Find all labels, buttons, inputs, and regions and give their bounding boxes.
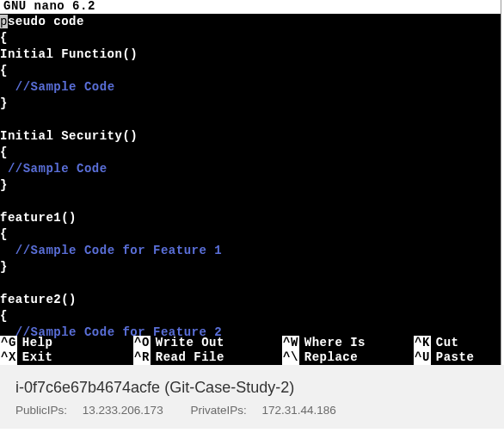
- shortcut-label: Where Is: [299, 336, 366, 350]
- editor-text: feature1(): [0, 211, 77, 225]
- shortcut-item[interactable]: ^WWhere Is: [282, 336, 414, 350]
- shortcut-key: ^K: [414, 336, 431, 350]
- editor-text: Initial Function(): [0, 47, 138, 61]
- editor-line: [0, 112, 501, 128]
- editor-text: {: [0, 64, 8, 77]
- shortcut-label: Exit: [17, 350, 53, 365]
- instance-status-panel: i-0f7c6e67b4674acfe (Git-Case-Study-2) P…: [0, 365, 504, 429]
- editor-text: //Sample Code: [8, 162, 108, 176]
- terminal-window[interactable]: GNU nano 6.2 pseudo code{Initial Functio…: [0, 0, 501, 365]
- editor-line: {: [0, 226, 501, 243]
- shortcut-key: ^U: [414, 350, 431, 365]
- editor-line: pseudo code: [0, 14, 501, 30]
- public-ip-value: 13.233.206.173: [83, 404, 163, 417]
- editor-text: p: [0, 15, 8, 28]
- editor-text: //Sample Code for Feature 1: [15, 244, 222, 257]
- shortcut-label: Write Out: [151, 336, 224, 350]
- editor-text: }: [0, 260, 8, 274]
- shortcut-key: ^\: [282, 350, 299, 365]
- shortcut-label: Cut: [431, 336, 459, 350]
- editor-line: }: [0, 96, 501, 112]
- shortcut-key: ^O: [133, 336, 151, 350]
- editor-line: Initial Function(): [0, 46, 501, 63]
- shortcut-item[interactable]: ^RRead File: [133, 350, 282, 365]
- instance-id: i-0f7c6e67b4674acfe (Git-Case-Study-2): [15, 379, 489, 397]
- shortcut-item[interactable]: ^XExit: [0, 350, 133, 365]
- editor-text: }: [0, 96, 8, 110]
- editor-text: }: [0, 178, 8, 192]
- editor-line: feature1(): [0, 210, 501, 226]
- editor-line: [0, 194, 501, 210]
- editor-line: [0, 275, 501, 292]
- shortcut-label: Read File: [151, 350, 224, 365]
- editor-text: //Sample Code: [15, 80, 115, 94]
- editor-text: [0, 162, 8, 176]
- editor-line: {: [0, 308, 501, 325]
- shortcut-key: ^W: [282, 336, 299, 350]
- shortcut-label: Help: [17, 336, 53, 350]
- shortcut-item[interactable]: ^OWrite Out: [133, 336, 282, 350]
- shortcut-key: ^X: [0, 350, 17, 365]
- shortcut-bar: ^GHelp^OWrite Out^WWhere Is^KCut^XExit^R…: [0, 336, 501, 365]
- shortcut-row: ^XExit^RRead File^\Replace^UPaste: [0, 350, 501, 365]
- editor-line: {: [0, 30, 501, 46]
- editor-text: [0, 113, 8, 127]
- editor-text: {: [0, 31, 8, 45]
- editor-text: {: [0, 145, 8, 159]
- shortcut-item[interactable]: ^UPaste: [414, 350, 501, 365]
- editor-text: [0, 195, 8, 208]
- shortcut-key: ^R: [133, 350, 151, 365]
- editor-text: [0, 244, 15, 257]
- editor-line: {: [0, 145, 501, 161]
- editor-text: [0, 276, 8, 290]
- editor-line: {: [0, 63, 501, 79]
- editor-text: {: [0, 227, 8, 241]
- shortcut-label: Replace: [299, 350, 358, 365]
- shortcut-item[interactable]: ^\Replace: [282, 350, 414, 365]
- shortcut-row: ^GHelp^OWrite Out^WWhere Is^KCut: [0, 336, 501, 350]
- editor-text: seudo code: [8, 15, 84, 28]
- shortcut-item[interactable]: ^KCut: [414, 336, 501, 350]
- editor-text: [0, 80, 15, 94]
- editor-line: }: [0, 259, 501, 275]
- ip-info: PublicIPs: 13.233.206.173 PrivateIPs: 17…: [15, 404, 489, 417]
- editor-line: feature2(): [0, 292, 501, 308]
- editor-line: Initial Security(): [0, 128, 501, 145]
- nano-titlebar: GNU nano 6.2: [0, 0, 501, 14]
- private-ip-value: 172.31.44.186: [261, 404, 335, 417]
- editor-text: {: [0, 309, 8, 323]
- editor-line: //Sample Code: [0, 79, 501, 96]
- editor-line: //Sample Code: [0, 161, 501, 177]
- editor-line: //Sample Code for Feature 1: [0, 243, 501, 259]
- private-ip-label: PrivateIPs:: [190, 404, 246, 417]
- shortcut-key: ^G: [0, 336, 17, 350]
- editor-text: Initial Security(): [0, 129, 138, 143]
- editor-line: }: [0, 177, 501, 194]
- public-ip-label: PublicIPs:: [15, 404, 67, 417]
- shortcut-item[interactable]: ^GHelp: [0, 336, 133, 350]
- editor-text: feature2(): [0, 293, 77, 306]
- editor-area[interactable]: pseudo code{Initial Function(){ //Sample…: [0, 14, 501, 357]
- shortcut-label: Paste: [431, 350, 475, 365]
